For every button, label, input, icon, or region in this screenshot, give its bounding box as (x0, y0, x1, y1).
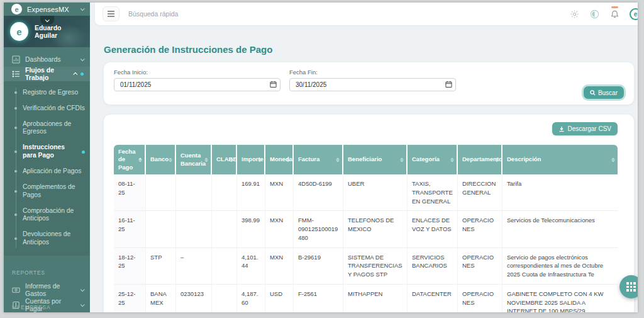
table-row[interactable]: 16-11-25 398.99 MXN FMM-090125100019480 … (114, 211, 618, 247)
cell-clabe (212, 211, 237, 247)
sidebar-item-complementos-de-pagos[interactable]: Complementos de Pagos (4, 179, 90, 203)
sidebar-item-comprobacion-de-anticipos[interactable]: Comprobación de Anticipos (4, 203, 90, 227)
chevron-down-icon[interactable] (80, 6, 85, 11)
payment-instructions-table: Fecha de Pago Banco Cuenta Bancaria CLAB… (114, 145, 618, 312)
cell-banco (146, 211, 176, 247)
notification-badge (611, 6, 618, 8)
cell-cuenta-bancaria (176, 211, 212, 247)
fecha-fin-label: Fecha Fin: (289, 69, 456, 76)
sidebar-item-aplicacion-de-pagos[interactable]: Aplicación de Pagos (4, 164, 90, 179)
column-header-beneficiario[interactable]: Beneficiario (343, 145, 408, 174)
cell-clabe (212, 248, 237, 285)
settings-gear-icon[interactable] (569, 9, 579, 19)
column-header-factura[interactable]: Factura (294, 145, 343, 174)
active-item-dot (82, 150, 85, 154)
column-header-importe[interactable]: Importe (237, 145, 265, 174)
cell-importe: 4,187.60 (237, 285, 265, 312)
buscar-button[interactable]: Buscar (584, 86, 624, 99)
payments-table-card: Descargar CSV Fecha de Pago Banco Cuenta… (104, 115, 634, 312)
sidebar-item-registro-de-egreso[interactable]: Registro de Egreso (4, 85, 90, 101)
cell-departamento: OPERACIONES (458, 248, 502, 285)
sort-icon (230, 157, 233, 162)
column-header-banco[interactable]: Banco (146, 145, 176, 174)
user-avatar[interactable]: e (10, 22, 28, 41)
cell-moneda: MXN (265, 211, 294, 247)
user-avatar[interactable]: e (630, 8, 638, 20)
cell-factura: F-2561 (294, 285, 343, 312)
column-header-cuenta-bancaria[interactable]: Cuenta Bancaria (176, 145, 212, 174)
cell-banco: BANAMEX (146, 285, 176, 312)
cell-banco (146, 174, 176, 211)
sort-icon (258, 157, 262, 162)
banknote-icon (12, 286, 20, 294)
sort-icon (336, 157, 340, 162)
sidebar: e ExpensesMX e Eduardo Aguilar Dashboard… (4, 3, 90, 312)
sort-icon (400, 157, 404, 162)
column-header-categoria[interactable]: Categoría (408, 145, 458, 174)
sort-icon (495, 157, 499, 162)
fecha-fin-input[interactable] (289, 78, 456, 91)
user-panel: e Eduardo Aguilar (4, 16, 90, 47)
cell-descripcion: GABINETE COMPLETO CON 4 KW NOVIEMBRE 202… (502, 285, 618, 312)
apps-grid-fab[interactable] (619, 275, 638, 298)
sidebar-item-aprobaciones-de-egresos[interactable]: Aprobaciones de Egresos (4, 116, 90, 140)
cell-cuenta-bancaria: – (176, 248, 212, 285)
sort-icon (611, 157, 615, 162)
column-header-descripcion[interactable]: Descripción (502, 145, 618, 174)
notifications-bell-icon[interactable] (609, 9, 619, 19)
sidebar-nav: Dashboards Flujos de Trabajo Registro de… (4, 47, 90, 312)
sub-item-label: Instrucciones para Pago (23, 144, 79, 160)
sidebar-item-devoluciones-de-anticipos[interactable]: Devoluciones de Anticipos (4, 227, 90, 251)
descargar-csv-button[interactable]: Descargar CSV (552, 122, 618, 135)
search-input[interactable] (128, 10, 569, 18)
cell-categoria: ENLACES DE VOZ Y DATOS (408, 211, 458, 247)
brand-header[interactable]: e ExpensesMX (4, 3, 90, 16)
column-header-departamento[interactable]: Departamento (458, 145, 502, 174)
table-row[interactable]: 08-11-25 169.91 MXN 4D50D-6199 UBER TAXI… (114, 174, 618, 211)
fecha-inicio-label: Fecha Inicio: (114, 69, 280, 76)
page-content: Generación de Instrucciones de Pago Fech… (90, 25, 638, 312)
column-header-moneda[interactable]: Moneda (265, 145, 294, 174)
theme-contrast-icon[interactable] (589, 9, 599, 19)
app-window: e ExpensesMX e Eduardo Aguilar Dashboard… (4, 3, 638, 312)
bar-chart-icon (12, 55, 20, 64)
cell-beneficiario: MITHAPPEN (343, 285, 408, 312)
fecha-fin-group: Fecha Fin: (289, 69, 456, 91)
brand-name: ExpensesMX (27, 6, 80, 13)
column-header-fecha-de-pago[interactable]: Fecha de Pago (114, 145, 146, 174)
sub-item-label: Devoluciones de Anticipos (23, 230, 85, 247)
active-section-dot (80, 72, 84, 76)
topbar: e (95, 3, 638, 25)
sidebar-item-instrucciones-para-pago[interactable]: Instrucciones para Pago (4, 140, 90, 164)
cell-descripcion: Servicio de pagos electrónicos correspon… (502, 248, 618, 285)
table-row[interactable]: 18-12-25 STP – 4,101.44 MXN B-29619 SIST… (114, 248, 618, 285)
cell-fecha-de-pago: 18-12-25 (114, 248, 146, 285)
chevron-down-icon (80, 57, 85, 61)
table-row[interactable]: 25-12-25 BANAMEX 0230123 4,187.60 USD F-… (114, 285, 618, 312)
chevron-down-icon (80, 302, 85, 307)
sidebar-item-dashboards[interactable]: Dashboards (4, 52, 90, 67)
cell-banco: STP (146, 248, 176, 285)
collapse-user-button[interactable] (40, 16, 54, 25)
sub-item-label: Aplicación de Pagos (23, 168, 85, 176)
cell-fecha-de-pago: 16-11-25 (114, 211, 146, 247)
hamburger-menu-button[interactable] (103, 6, 119, 21)
column-header-clabe[interactable]: CLABE (212, 145, 237, 174)
section-label-mi-empresa: MI EMPRESA (4, 304, 58, 310)
cell-moneda: MXN (265, 248, 294, 285)
user-name: Eduardo Aguilar (35, 24, 84, 39)
brand-logo-icon: e (11, 4, 22, 14)
calendar-icon[interactable] (445, 81, 452, 88)
sidebar-item-informes-de-gastos[interactable]: Informes de Gastos (4, 282, 90, 297)
workflow-list-icon (12, 70, 20, 78)
calendar-icon[interactable] (270, 81, 277, 88)
sub-item-label: Comprobación de Anticipos (23, 207, 85, 224)
fecha-inicio-input[interactable] (114, 78, 280, 91)
cell-importe: 398.99 (237, 211, 265, 247)
cell-departamento: DIRECCION GENERAL (458, 174, 502, 211)
chevron-down-icon (80, 287, 85, 292)
sidebar-item-verificacion-de-cfdis[interactable]: Verificación de CFDIs (4, 101, 90, 116)
sort-icon (204, 157, 208, 162)
sidebar-item-flujos-de-trabajo[interactable]: Flujos de Trabajo (4, 67, 90, 81)
cell-categoria: DATACENTER (408, 285, 458, 312)
